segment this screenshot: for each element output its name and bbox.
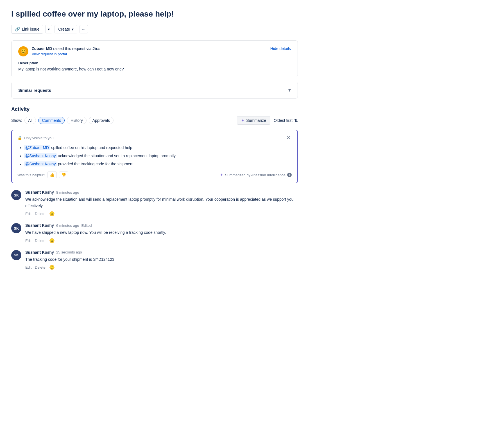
- comment-author: Sushant Koshy: [25, 190, 54, 195]
- ai-item-text-3: provided the tracking code for the shipm…: [58, 162, 134, 166]
- delete-link[interactable]: Delete: [35, 212, 46, 216]
- sort-label: Oldest first: [274, 118, 293, 123]
- comment-meta: Sushant Koshy 25 seconds ago: [25, 250, 298, 255]
- description-text: My laptop is not working anymore, how ca…: [18, 67, 291, 71]
- comment-text: We have shipped a new laptop now. You wi…: [25, 229, 298, 236]
- requester-row: 😊 Zubaer MD raised this request via Jira…: [18, 46, 291, 56]
- comment-time: 6 minutes ago: [56, 223, 79, 228]
- requester-avatar: 😊: [18, 46, 28, 56]
- link-issue-dropdown[interactable]: ▾: [45, 25, 52, 33]
- via-text: raised this request via: [53, 46, 92, 51]
- edit-link[interactable]: Edit: [25, 212, 31, 216]
- hide-details-link[interactable]: Hide details: [270, 46, 291, 51]
- summarize-label: Summarize: [246, 118, 266, 123]
- filter-comments[interactable]: Comments: [38, 117, 65, 124]
- view-portal-link[interactable]: View request in portal: [32, 52, 99, 56]
- summarize-button[interactable]: ✦ Summarize: [237, 116, 270, 125]
- avatar: SK: [11, 190, 21, 200]
- ai-item-text-1: spilled coffee on his laptop and request…: [51, 145, 133, 150]
- sort-button[interactable]: Oldest first ⇅: [274, 117, 298, 124]
- comment-time: 25 seconds ago: [56, 250, 82, 254]
- requester-text: Zubaer MD raised this request via Jira: [32, 46, 99, 51]
- edit-link[interactable]: Edit: [25, 239, 31, 243]
- requester-info: 😊 Zubaer MD raised this request via Jira…: [18, 46, 99, 56]
- create-button[interactable]: Create ▾: [55, 25, 77, 33]
- comment-text: We acknowledge the situation and will se…: [25, 196, 298, 209]
- emoji-reaction-button[interactable]: 🙂: [49, 265, 55, 270]
- comment-item: SK Sushant Koshy 8 minutes ago We acknow…: [11, 190, 298, 216]
- similar-requests-label: Similar requests: [18, 88, 51, 93]
- delete-link[interactable]: Delete: [35, 239, 46, 243]
- ai-attribution: ✦ Summarized by Atlassian Intelligence i: [220, 173, 292, 177]
- ai-visibility-label: 🔒 Only visible to you: [17, 136, 54, 140]
- visibility-text: Only visible to you: [24, 136, 54, 140]
- more-options-button[interactable]: ···: [80, 25, 88, 33]
- ai-summary-list: @Zubaer MD spilled coffee on his laptop …: [17, 145, 292, 167]
- filter-approvals[interactable]: Approvals: [89, 117, 114, 124]
- filter-right: ✦ Summarize Oldest first ⇅: [237, 116, 298, 125]
- show-label: Show:: [11, 118, 22, 123]
- comments-list: SK Sushant Koshy 8 minutes ago We acknow…: [11, 190, 298, 270]
- thumbs-down-button[interactable]: 👎: [59, 172, 68, 178]
- comment-item: SK Sushant Koshy 6 minutes ago Edited We…: [11, 223, 298, 243]
- toolbar: 🔗 Link issue ▾ Create ▾ ···: [11, 25, 298, 34]
- info-icon[interactable]: i: [287, 173, 292, 177]
- emoji-reaction-button[interactable]: 🙂: [49, 211, 55, 216]
- filter-history[interactable]: History: [67, 117, 87, 124]
- delete-link[interactable]: Delete: [35, 265, 46, 269]
- link-issue-button[interactable]: 🔗 Link issue: [11, 25, 43, 34]
- link-icon: 🔗: [15, 27, 20, 32]
- requester-name: Zubaer MD: [32, 46, 52, 51]
- chevron-down-icon: ▾: [288, 87, 291, 93]
- via-platform: Jira: [92, 46, 99, 51]
- chevron-down-icon: ▾: [48, 27, 50, 31]
- filter-left: Show: All Comments History Approvals: [11, 117, 114, 124]
- ai-summary-box: 🔒 Only visible to you ✕ @Zubaer MD spill…: [11, 130, 298, 183]
- activity-title: Activity: [11, 106, 298, 112]
- comment-text: The tracking code for your shipment is S…: [25, 256, 298, 262]
- comment-author: Sushant Koshy: [25, 223, 54, 228]
- ai-summary-footer: Was this helpful? 👍 👎 ✦ Summarized by At…: [17, 172, 292, 178]
- comment-body: Sushant Koshy 25 seconds ago The trackin…: [25, 250, 298, 270]
- more-options-label: ···: [82, 27, 85, 31]
- sparkle-icon: ✦: [241, 118, 244, 123]
- sort-icon: ⇅: [294, 118, 298, 123]
- helpful-section: Was this helpful? 👍 👎: [17, 172, 68, 178]
- similar-requests-card[interactable]: Similar requests ▾: [11, 82, 298, 99]
- attribution-sparkle-icon: ✦: [220, 173, 223, 177]
- comment-body: Sushant Koshy 8 minutes ago We acknowled…: [25, 190, 298, 216]
- list-item: @Sushant Koshy acknowledged the situatio…: [24, 153, 292, 159]
- avatar: SK: [11, 250, 21, 260]
- comment-meta: Sushant Koshy 8 minutes ago: [25, 190, 298, 195]
- description-section: Description My laptop is not working any…: [18, 61, 291, 71]
- mention-2: @Sushant Koshy: [24, 153, 57, 158]
- attribution-label: Summarized by Atlassian Intelligence: [225, 173, 285, 177]
- comment-item: SK Sushant Koshy 25 seconds ago The trac…: [11, 250, 298, 270]
- ai-summary-close-button[interactable]: ✕: [285, 135, 292, 141]
- page-title: I spilled coffee over my laptop, please …: [11, 9, 298, 19]
- create-chevron-icon: ▾: [72, 27, 74, 31]
- avatar: SK: [11, 223, 21, 233]
- helpful-label: Was this helpful?: [17, 173, 45, 177]
- comment-edited-badge: Edited: [81, 223, 92, 228]
- ai-summary-header: 🔒 Only visible to you ✕: [17, 135, 292, 141]
- description-label: Description: [18, 61, 291, 65]
- comment-actions: Edit · Delete · 🙂: [25, 238, 298, 243]
- mention-3: @Sushant Koshy: [24, 161, 57, 166]
- activity-section: Activity Show: All Comments History Appr…: [11, 106, 298, 270]
- comment-actions: Edit · Delete · 🙂: [25, 211, 298, 216]
- filter-all[interactable]: All: [24, 117, 36, 124]
- thumbs-up-button[interactable]: 👍: [47, 172, 57, 178]
- comment-time: 8 minutes ago: [56, 190, 79, 195]
- mention-1: @Zubaer MD: [24, 145, 50, 150]
- list-item: @Zubaer MD spilled coffee on his laptop …: [24, 145, 292, 151]
- comment-body: Sushant Koshy 6 minutes ago Edited We ha…: [25, 223, 298, 243]
- lock-icon: 🔒: [17, 136, 22, 140]
- emoji-reaction-button[interactable]: 🙂: [49, 238, 55, 243]
- list-item: @Sushant Koshy provided the tracking cod…: [24, 161, 292, 167]
- edit-link[interactable]: Edit: [25, 265, 31, 269]
- request-detail-card: 😊 Zubaer MD raised this request via Jira…: [11, 40, 298, 77]
- comment-actions: Edit · Delete · 🙂: [25, 265, 298, 270]
- link-issue-label: Link issue: [22, 27, 39, 31]
- activity-filters: Show: All Comments History Approvals ✦ S…: [11, 116, 298, 125]
